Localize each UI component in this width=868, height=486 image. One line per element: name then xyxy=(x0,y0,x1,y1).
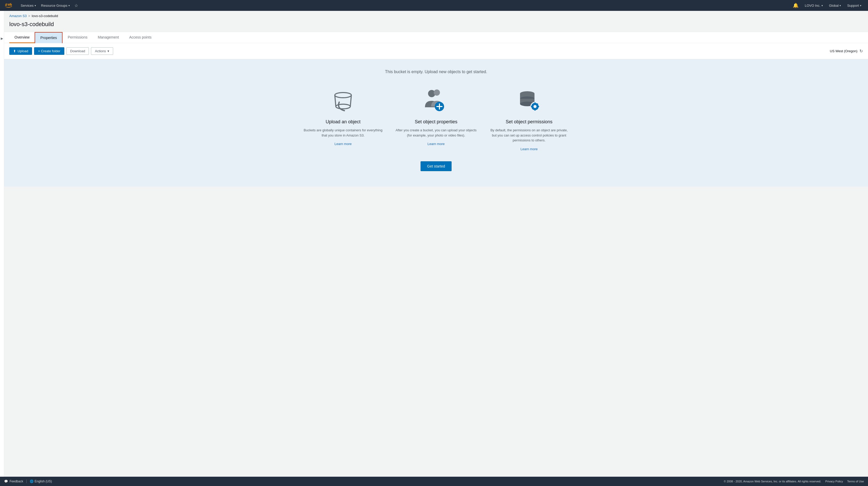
upload-card-title: Upload an object xyxy=(326,119,361,124)
svg-rect-20 xyxy=(537,106,539,107)
actions-label: Actions xyxy=(95,49,106,53)
upload-button[interactable]: ⬆ Upload xyxy=(9,47,32,55)
tab-permissions-label: Permissions xyxy=(68,35,87,39)
permissions-card-title: Set object permissions xyxy=(505,119,552,124)
resource-groups-label: Resource Groups xyxy=(41,4,67,7)
download-button[interactable]: Download xyxy=(66,47,89,55)
tabs-container: Overview Properties Permissions Manageme… xyxy=(4,32,868,43)
resource-groups-chevron-icon: ▾ xyxy=(68,4,70,7)
download-label: Download xyxy=(70,49,85,53)
footer-right: © 2008 - 2020, Amazon Web Services, Inc.… xyxy=(724,480,864,483)
svg-rect-17 xyxy=(534,103,535,104)
empty-bucket-message: This bucket is empty. Upload new objects… xyxy=(385,69,487,74)
upload-learn-more-link[interactable]: Learn more xyxy=(335,142,351,146)
notifications-bell-icon[interactable]: 🔔 xyxy=(790,3,801,8)
sidebar-toggle-arrow-icon: ▶ xyxy=(1,37,3,40)
breadcrumb-parent-link[interactable]: Amazon S3 xyxy=(9,14,27,18)
region-display: US West (Oregon) xyxy=(830,49,858,53)
actions-button[interactable]: Actions ▾ xyxy=(91,47,113,55)
feedback-label: Feedback xyxy=(9,480,23,483)
svg-point-0 xyxy=(335,92,351,98)
properties-card-title: Set object properties xyxy=(414,119,457,124)
permissions-info-card: Set object permissions By default, the p… xyxy=(488,87,570,151)
refresh-icon[interactable]: ↻ xyxy=(860,49,863,54)
upload-icon: ⬆ xyxy=(13,49,16,53)
page-title: lovo-s3-codebuild xyxy=(4,20,868,32)
copyright-text: © 2008 - 2020, Amazon Web Services, Inc.… xyxy=(724,480,821,483)
create-folder-label: + Create folder xyxy=(38,49,60,53)
permissions-learn-more-link[interactable]: Learn more xyxy=(521,147,537,151)
tab-overview[interactable]: Overview xyxy=(9,32,35,43)
upload-card-icon xyxy=(329,87,357,115)
footer: 💬 Feedback 🌐 English (US) © 2008 - 2020,… xyxy=(0,477,868,486)
upload-card-desc: Buckets are globally unique containers f… xyxy=(302,128,384,138)
resource-groups-nav[interactable]: Resource Groups ▾ xyxy=(38,0,72,11)
tab-permissions[interactable]: Permissions xyxy=(63,32,92,43)
info-cards-row: Upload an object Buckets are globally un… xyxy=(294,87,578,151)
terms-link[interactable]: Terms of Use xyxy=(847,480,864,483)
language-selector[interactable]: 🌐 English (US) xyxy=(26,480,52,483)
support-nav[interactable]: Support ▾ xyxy=(844,0,864,11)
create-folder-button[interactable]: + Create folder xyxy=(34,47,64,55)
get-started-button[interactable]: Get started xyxy=(421,161,451,171)
tab-overview-label: Overview xyxy=(14,35,29,39)
nav-right-group: 🔔 LOVO Inc. ▾ Global ▾ Support ▾ xyxy=(790,0,864,11)
support-chevron-icon: ▾ xyxy=(860,4,861,7)
feedback-chat-icon: 💬 xyxy=(4,480,8,483)
permissions-card-desc: By default, the permissions on an object… xyxy=(488,128,570,143)
favorites-star-icon[interactable]: ☆ xyxy=(72,3,80,8)
support-label: Support xyxy=(847,4,859,7)
account-label: LOVO Inc. xyxy=(805,4,820,7)
region-nav[interactable]: Global ▾ xyxy=(827,0,844,11)
region-chevron-icon: ▾ xyxy=(840,4,841,7)
services-label: Services xyxy=(21,4,34,7)
toolbar: ⬆ Upload + Create folder Download Action… xyxy=(4,43,868,59)
svg-rect-18 xyxy=(534,109,535,111)
globe-icon: 🌐 xyxy=(30,480,34,483)
aws-logo[interactable] xyxy=(4,2,14,8)
footer-left: 💬 Feedback 🌐 English (US) xyxy=(4,480,52,483)
svg-rect-19 xyxy=(531,106,532,107)
services-nav[interactable]: Services ▾ xyxy=(18,0,38,11)
properties-card-desc: After you create a bucket, you can uploa… xyxy=(395,128,477,138)
svg-point-16 xyxy=(533,105,536,108)
actions-chevron-icon: ▾ xyxy=(107,49,109,53)
tab-properties-label: Properties xyxy=(40,36,57,40)
language-label: English (US) xyxy=(35,480,52,483)
properties-learn-more-link[interactable]: Learn more xyxy=(428,142,444,146)
bucket-content-area: This bucket is empty. Upload new objects… xyxy=(4,59,868,187)
account-nav[interactable]: LOVO Inc. ▾ xyxy=(802,0,826,11)
svg-point-5 xyxy=(434,89,440,96)
upload-label: Upload xyxy=(18,49,28,53)
permissions-card-icon xyxy=(515,87,543,115)
services-chevron-icon: ▾ xyxy=(35,4,36,7)
upload-info-card: Upload an object Buckets are globally un… xyxy=(302,87,384,151)
tab-management[interactable]: Management xyxy=(92,32,124,43)
sidebar-toggle[interactable]: ▶ xyxy=(0,11,4,477)
properties-card-icon xyxy=(422,87,450,115)
breadcrumb-current: lovo-s3-codebuild xyxy=(32,14,58,18)
feedback-button[interactable]: 💬 Feedback xyxy=(4,480,23,483)
breadcrumb-separator: > xyxy=(28,14,30,18)
privacy-policy-link[interactable]: Privacy Policy xyxy=(826,480,843,483)
breadcrumb: Amazon S3 > lovo-s3-codebuild xyxy=(4,11,868,20)
toolbar-right: US West (Oregon) ↻ xyxy=(830,49,863,54)
tab-access-points[interactable]: Access points xyxy=(124,32,157,43)
tab-management-label: Management xyxy=(98,35,119,39)
tab-properties[interactable]: Properties xyxy=(35,32,63,43)
main-content: Amazon S3 > lovo-s3-codebuild lovo-s3-co… xyxy=(4,11,868,477)
top-navigation: Services ▾ Resource Groups ▾ ☆ 🔔 LOVO In… xyxy=(0,0,868,11)
region-label: Global xyxy=(829,4,839,7)
properties-info-card: Set object properties After you create a… xyxy=(395,87,477,151)
tab-access-points-label: Access points xyxy=(129,35,151,39)
account-chevron-icon: ▾ xyxy=(822,4,823,7)
